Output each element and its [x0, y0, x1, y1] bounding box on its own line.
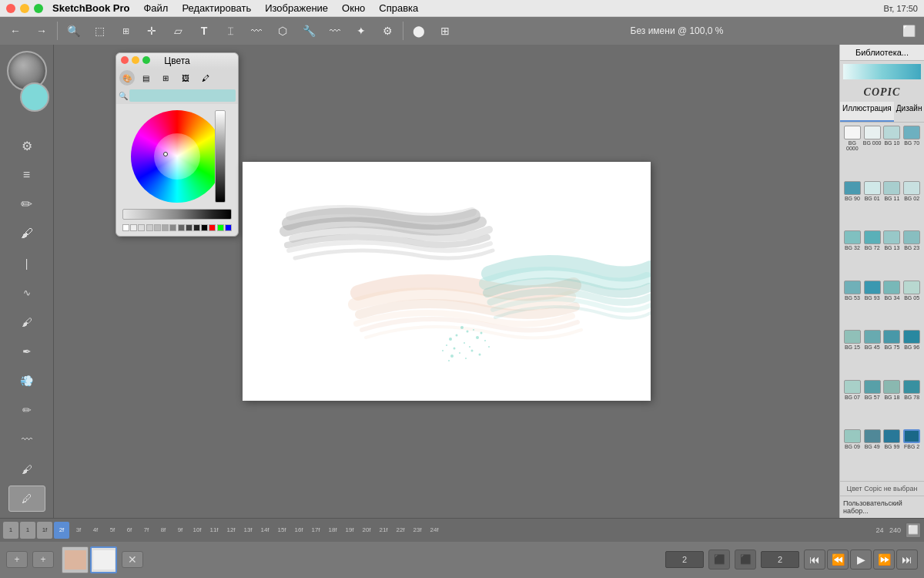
delete-frame-button[interactable]: ✕	[122, 551, 143, 568]
brush-tool-1[interactable]: 🖌	[8, 220, 45, 247]
swatch-black[interactable]	[201, 224, 208, 231]
marker-tool-1[interactable]: |	[8, 250, 45, 277]
copic-color-item[interactable]: BG 32	[843, 230, 862, 279]
color-panel-maximize[interactable]	[142, 56, 150, 64]
menu-window[interactable]: Окно	[336, 1, 371, 15]
copic-color-item[interactable]: BG 13	[883, 230, 902, 279]
copic-color-item[interactable]: BG 10	[883, 126, 902, 180]
copic-color-item[interactable]: BG 15	[843, 330, 862, 378]
cp-tab-palettes[interactable]: ⊞	[156, 70, 175, 86]
menu-image[interactable]: Изображение	[259, 1, 334, 15]
swatch-red[interactable]	[209, 224, 216, 231]
copic-color-item[interactable]: BG 72	[863, 230, 882, 279]
color-panel-close[interactable]	[121, 56, 129, 64]
cp-tab-crayons[interactable]: 🖍	[196, 70, 215, 86]
cp-tab-sliders[interactable]: ▤	[136, 70, 155, 86]
undo-button[interactable]: ←	[3, 20, 28, 42]
timeline-expand-button[interactable]: ⬜	[906, 523, 921, 538]
settings-tool-button[interactable]: ⚙	[8, 133, 45, 159]
swatch-2[interactable]	[138, 224, 145, 231]
copic-color-item[interactable]: BG 01	[863, 181, 882, 230]
redo-button[interactable]: →	[29, 20, 54, 42]
timeline-frame-10[interactable]: 8f	[156, 522, 171, 539]
timeline-frame-20[interactable]: 18f	[325, 522, 340, 539]
swatch-3[interactable]	[146, 224, 153, 231]
timeline-frame-24[interactable]: 22f	[393, 522, 408, 539]
zoom-tool-button[interactable]: 🔍	[61, 20, 85, 42]
airbrush-tool[interactable]: ∿	[8, 280, 45, 306]
timeline-frame-7[interactable]: 5f	[105, 522, 120, 539]
timeline-frame-14[interactable]: 12f	[223, 522, 239, 539]
copic-color-item[interactable]: BG 93	[863, 281, 882, 329]
play-button[interactable]: ▶	[850, 549, 872, 570]
pen-tool[interactable]: ✒	[8, 338, 45, 365]
canvas-area[interactable]: Цвета 🎨 ▤ ⊞ 🖼 🖍 🔍	[54, 45, 839, 518]
ellipse-tool-button[interactable]: ⬡	[270, 20, 295, 42]
swatch-9[interactable]	[193, 224, 200, 231]
swatch-7[interactable]	[178, 224, 185, 231]
copic-color-item[interactable]: BG 02	[902, 181, 921, 230]
brush-tool-3[interactable]: ✏	[8, 397, 45, 423]
brightness-slider[interactable]	[215, 110, 226, 203]
layout-tool-button[interactable]: ≡	[8, 162, 45, 188]
brush-settings-button[interactable]: ⚙	[375, 20, 400, 42]
line-tool-button[interactable]: 〰	[244, 20, 269, 42]
text-tool-button[interactable]: T	[192, 20, 216, 42]
spray-tool[interactable]: 💨	[8, 368, 45, 394]
copic-color-item[interactable]: FBG 2	[902, 429, 921, 478]
copic-color-item[interactable]: BG 09	[843, 429, 862, 478]
grayscale-strip[interactable]	[122, 209, 232, 220]
swatch-4[interactable]	[154, 224, 161, 231]
prev-frame-button[interactable]: ⏪	[827, 549, 849, 570]
pencil-tool-1[interactable]: ✏	[8, 191, 45, 217]
minimize-button[interactable]	[20, 4, 29, 13]
color-panel-minimize[interactable]	[132, 56, 139, 64]
resize-button[interactable]: ⬜	[896, 20, 921, 42]
brush-tool-4[interactable]: 🖌	[8, 456, 45, 482]
copic-custom-set[interactable]: Пользовательский набор...	[840, 496, 924, 518]
timeline-frame-4[interactable]: 2f	[54, 522, 69, 539]
timeline-frame-1[interactable]: 1	[3, 522, 18, 539]
copic-color-item[interactable]: BG 05	[902, 281, 921, 329]
swatch-white[interactable]	[122, 224, 129, 231]
cp-tab-spectrum[interactable]: 🎨	[119, 70, 135, 86]
timeline-frame-22[interactable]: 20f	[359, 522, 374, 539]
copic-color-item[interactable]: BG 99	[883, 429, 902, 478]
timeline-frame-9[interactable]: 7f	[139, 522, 154, 539]
timeline-frame-13[interactable]: 11f	[206, 522, 222, 539]
copic-color-item[interactable]: BG 57	[863, 380, 882, 428]
go-to-end-button[interactable]: ⏭	[896, 549, 918, 570]
swatch-6[interactable]	[169, 224, 176, 231]
curve-tool-button[interactable]: 〰	[323, 20, 347, 42]
swatch-1[interactable]	[130, 224, 137, 231]
copic-color-item[interactable]: BG 49	[863, 429, 882, 478]
next-frame-button[interactable]: ⏩	[873, 549, 895, 570]
grid-button[interactable]: ⊞	[433, 20, 457, 42]
copic-color-item[interactable]: BG 96	[902, 330, 921, 378]
add-frame-button[interactable]: +	[32, 551, 54, 568]
swatch-8[interactable]	[186, 224, 192, 231]
crop-tool-button[interactable]: ⌶	[218, 20, 243, 42]
go-to-start-button[interactable]: ⏮	[804, 549, 825, 570]
copic-color-item[interactable]: BG 07	[843, 380, 862, 428]
timeline-frame-6[interactable]: 4f	[88, 522, 103, 539]
copic-color-item[interactable]: BG 11	[883, 181, 902, 230]
copic-color-item[interactable]: BG 90	[843, 181, 862, 230]
timeline-frame-15[interactable]: 13f	[240, 522, 256, 539]
timeline-frame-26[interactable]: 24f	[427, 522, 442, 539]
color-wheel-button[interactable]: ⬤	[407, 20, 431, 42]
copic-color-item[interactable]: BG 75	[883, 330, 902, 378]
timeline-frame-3[interactable]: 1f	[37, 522, 52, 539]
timeline-frame-5[interactable]: 3f	[71, 522, 86, 539]
timeline-frame-12[interactable]: 10f	[189, 522, 205, 539]
distort-button[interactable]: ▱	[166, 20, 190, 42]
timeline-frame-25[interactable]: 23f	[410, 522, 425, 539]
menu-file[interactable]: Файл	[137, 1, 174, 15]
copic-tab-design[interactable]: Дизайн	[894, 102, 924, 122]
copic-color-item[interactable]: BG 18	[883, 380, 902, 428]
copic-tab-illustration[interactable]: Иллюстрация	[840, 102, 894, 122]
eraser-tool-button[interactable]: ✦	[349, 20, 373, 42]
fill-tool-button[interactable]: 🔧	[296, 20, 321, 42]
copic-color-item[interactable]: BG 45	[863, 330, 882, 378]
timeline-frame-16[interactable]: 14f	[257, 522, 273, 539]
